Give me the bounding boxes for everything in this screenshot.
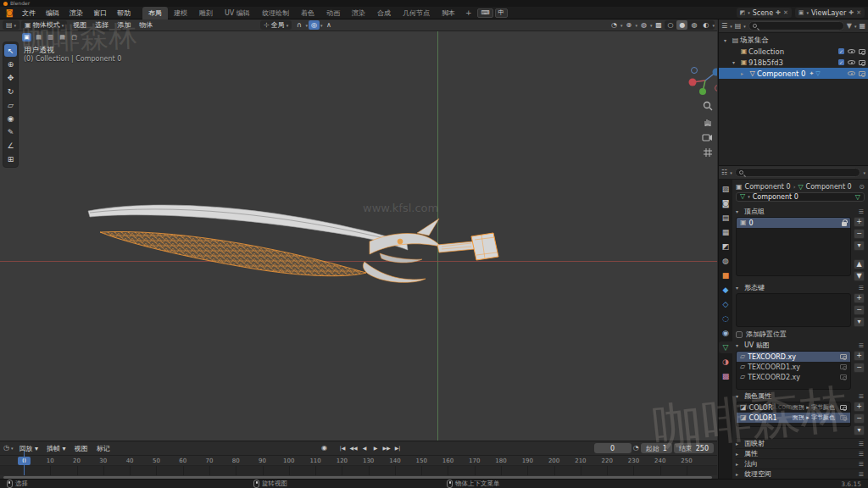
camera-toggle-icon[interactable]: [859, 60, 865, 65]
render-camera-icon[interactable]: [840, 364, 847, 369]
gizmos-dropdown-icon[interactable]: ⊕: [623, 20, 634, 30]
properties-tab-view-layer[interactable]: ▦: [719, 226, 732, 238]
add-rest-position-checkbox[interactable]: [736, 331, 743, 338]
outliner-row-918b5fd3[interactable]: ▾▣918b5fd3✓: [719, 57, 868, 68]
section-面映射[interactable]: ▸面映射☰: [736, 438, 865, 448]
rotate-tool[interactable]: ↻: [4, 85, 17, 97]
menu-渲染[interactable]: 渲染: [64, 8, 88, 18]
scene-selector[interactable]: ◩▾ Scene ✚ ✕: [737, 8, 792, 18]
properties-tab-render[interactable]: ◙: [719, 197, 732, 209]
timeline-menu-视图[interactable]: 视图: [70, 445, 92, 452]
move-vertex-group-down-button[interactable]: ▼: [854, 271, 865, 281]
overlays-dropdown-icon[interactable]: ◍: [638, 20, 649, 30]
add-color-attribute-button[interactable]: +: [854, 402, 865, 412]
remove-color-attribute-button[interactable]: −: [854, 413, 865, 424]
frame-end-field[interactable]: 结束250: [674, 443, 714, 453]
section-属性[interactable]: ▸属性☰: [736, 448, 865, 458]
remove-uv-map-button[interactable]: −: [854, 363, 865, 373]
expander-icon[interactable]: ▾: [724, 37, 731, 43]
properties-tab-world[interactable]: ◍: [719, 255, 732, 267]
properties-tab-modifiers[interactable]: ◆: [719, 284, 732, 296]
menu-窗口[interactable]: 窗口: [88, 8, 112, 18]
render-camera-icon[interactable]: [840, 374, 847, 380]
section-shape-keys[interactable]: ▾形态键 ☰: [736, 283, 865, 292]
timeline-tracks[interactable]: [0, 466, 717, 475]
properties-tab-tool[interactable]: ▧: [719, 183, 732, 195]
measure-tool[interactable]: ∠: [4, 139, 17, 152]
outliner-row-Collection[interactable]: ▣Collection✓: [719, 46, 868, 57]
new-scene-icon[interactable]: ✚: [776, 9, 781, 16]
add-vertex-group-button[interactable]: +: [854, 217, 865, 227]
sword-model[interactable]: [0, 19, 717, 441]
workspace-tab-着色[interactable]: 着色: [295, 7, 320, 19]
properties-search-input[interactable]: [735, 168, 861, 177]
section-纹理空间[interactable]: ▸纹理空间☰: [736, 469, 865, 479]
add-cube-tool[interactable]: ⊞: [4, 152, 17, 165]
camera-view-icon[interactable]: [702, 133, 713, 141]
new-view-layer-icon[interactable]: ✚: [849, 9, 854, 16]
eye-toggle-icon[interactable]: [848, 60, 855, 64]
properties-tab-physics[interactable]: ◌: [719, 313, 732, 324]
shape-key-specials-button[interactable]: ▾: [854, 317, 865, 327]
timeline-menu-插帧[interactable]: 插帧 ▾: [42, 445, 70, 452]
zoom-icon[interactable]: [703, 101, 713, 111]
workspace-tab-合成[interactable]: 合成: [371, 7, 397, 19]
section-options-icon[interactable]: ☰: [859, 285, 865, 291]
pin-icon[interactable]: ⊙: [859, 183, 865, 191]
mode-dropdown[interactable]: ▣ 物体模式 ▾: [21, 20, 67, 30]
timeline-menu-回放[interactable]: 回放 ▾: [15, 445, 43, 452]
remove-vertex-group-button[interactable]: −: [854, 229, 865, 239]
breadcrumb-object[interactable]: Component 0: [745, 183, 791, 191]
eye-toggle-icon[interactable]: [848, 71, 855, 75]
render-camera-icon[interactable]: [840, 354, 847, 359]
shading-solid-icon[interactable]: ●: [676, 20, 687, 30]
visibility-dropdown-icon[interactable]: ◔: [609, 20, 620, 30]
proportional-edit-icon[interactable]: ◎: [309, 20, 320, 30]
section-color-attributes[interactable]: ▾颜色属性 ☰: [736, 391, 865, 401]
properties-editor-icon[interactable]: ☷: [721, 169, 727, 176]
section-options-icon[interactable]: ☰: [859, 441, 865, 447]
viewport-menu-物体[interactable]: 物体: [135, 21, 157, 29]
outliner-editor-icon[interactable]: ☰: [721, 23, 727, 30]
properties-tab-scene[interactable]: ◩: [719, 241, 732, 252]
workspace-tab-建模[interactable]: 建模: [168, 7, 193, 19]
color-attribute-item[interactable]: ◪COLOR面拐 ▸ 字节颜色: [737, 402, 850, 413]
navigation-gizmo[interactable]: [682, 60, 717, 101]
browse-mesh-icon[interactable]: ▽: [855, 193, 860, 201]
camera-toggle-icon[interactable]: [859, 71, 865, 76]
duplicate-toggle-icon[interactable]: ▤: [58, 33, 67, 42]
eye-toggle-icon[interactable]: [848, 49, 855, 53]
section-options-icon[interactable]: ☰: [859, 393, 865, 400]
checkbox-toggle-icon[interactable]: ✓: [838, 59, 844, 65]
viewport-menu-视图[interactable]: 视图: [69, 21, 91, 29]
paste-toggle-icon[interactable]: ▤: [34, 33, 43, 42]
uv-map-item[interactable]: ▱TEXCOORD2.xy: [737, 372, 850, 382]
breadcrumb-data[interactable]: Component 0: [806, 183, 852, 191]
current-frame-field[interactable]: 0: [594, 443, 632, 453]
workspace-tab-雕刻[interactable]: 雕刻: [193, 7, 219, 19]
mesh-name-field[interactable]: ▽▾ Component 0 ▽: [736, 192, 865, 202]
snap-magnet-icon[interactable]: ∩: [293, 20, 304, 30]
viewport-menu-选择[interactable]: 选择: [91, 21, 113, 29]
toggle-grid-icon[interactable]: [703, 147, 713, 158]
copy-toggle-icon[interactable]: ▥: [46, 33, 55, 42]
workspace-tab-渲染[interactable]: 渲染: [346, 7, 371, 19]
viewport-menu-添加[interactable]: 添加: [113, 21, 135, 29]
use-preview-range-icon[interactable]: ◔: [633, 445, 639, 452]
jump-to-end-button[interactable]: ▶|: [392, 443, 403, 452]
color-attribute-specials-button[interactable]: ▾: [854, 425, 865, 435]
outliner-options-icon[interactable]: ▦: [859, 23, 865, 30]
checkbox-toggle-icon[interactable]: ✓: [838, 48, 844, 54]
remove-shape-key-button[interactable]: −: [854, 305, 865, 315]
section-vertex-groups[interactable]: ▾顶点组 ☰: [736, 207, 865, 216]
uv-map-item[interactable]: ▱TEXCOORD1.xy: [737, 362, 850, 372]
section-法向[interactable]: ▸法向☰: [736, 458, 865, 469]
outliner-row-场景集合[interactable]: ▾▤场景集合: [719, 35, 868, 46]
camera-toggle-icon[interactable]: [859, 49, 865, 54]
properties-tab-constraints[interactable]: ◉: [719, 327, 732, 339]
viewport-3d[interactable]: ▤▾ ▣ 物体模式 ▾ 视图选择添加物体 ⊹ 全局 ▾ ∩ ▾ ◎ ▾ ∧ ◔▾: [0, 19, 717, 441]
render-camera-icon[interactable]: [840, 405, 847, 410]
properties-tab-output[interactable]: ▤: [719, 212, 732, 224]
unlink-scene-icon[interactable]: ✕: [783, 9, 788, 16]
properties-tab-object[interactable]: ■: [719, 269, 732, 281]
